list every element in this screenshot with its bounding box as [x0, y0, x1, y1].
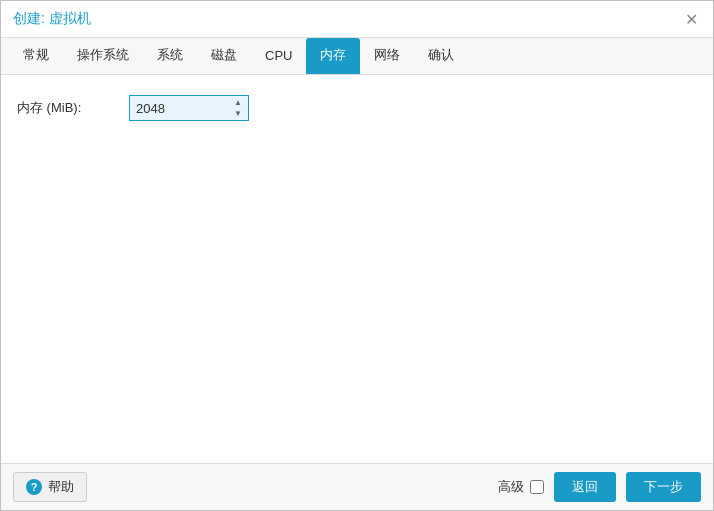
memory-spinbox-container: ▲ ▼	[129, 95, 249, 121]
tab-memory[interactable]: 内存	[306, 38, 360, 74]
tab-general[interactable]: 常规	[9, 38, 63, 74]
tab-disk[interactable]: 磁盘	[197, 38, 251, 74]
advanced-area: 高级	[498, 478, 544, 496]
help-button[interactable]: ? 帮助	[13, 472, 87, 502]
next-button[interactable]: 下一步	[626, 472, 701, 502]
title-bar: 创建: 虚拟机 ✕	[1, 1, 713, 38]
bottom-bar: ? 帮助 高级 返回 下一步	[1, 463, 713, 510]
memory-field-row: 内存 (MiB): ▲ ▼	[17, 95, 697, 121]
back-button[interactable]: 返回	[554, 472, 616, 502]
close-button[interactable]: ✕	[681, 9, 701, 29]
main-window: 创建: 虚拟机 ✕ 常规 操作系统 系统 磁盘 CPU 内存 网络 确认 内存 …	[0, 0, 714, 511]
tab-cpu[interactable]: CPU	[251, 40, 306, 73]
tab-os[interactable]: 操作系统	[63, 38, 143, 74]
spinbox-up-button[interactable]: ▲	[229, 98, 247, 108]
help-label: 帮助	[48, 478, 74, 496]
advanced-checkbox[interactable]	[530, 480, 544, 494]
right-controls: 高级 返回 下一步	[498, 472, 701, 502]
memory-label: 内存 (MiB):	[17, 99, 117, 117]
tab-bar: 常规 操作系统 系统 磁盘 CPU 内存 网络 确认	[1, 38, 713, 75]
content-area: 内存 (MiB): ▲ ▼	[1, 75, 713, 463]
spinbox-down-button[interactable]: ▼	[229, 109, 247, 119]
window-title: 创建: 虚拟机	[13, 10, 91, 28]
advanced-label: 高级	[498, 478, 524, 496]
tab-network[interactable]: 网络	[360, 38, 414, 74]
tab-confirm[interactable]: 确认	[414, 38, 468, 74]
spinbox-arrows: ▲ ▼	[229, 97, 247, 119]
tab-system[interactable]: 系统	[143, 38, 197, 74]
help-icon: ?	[26, 479, 42, 495]
